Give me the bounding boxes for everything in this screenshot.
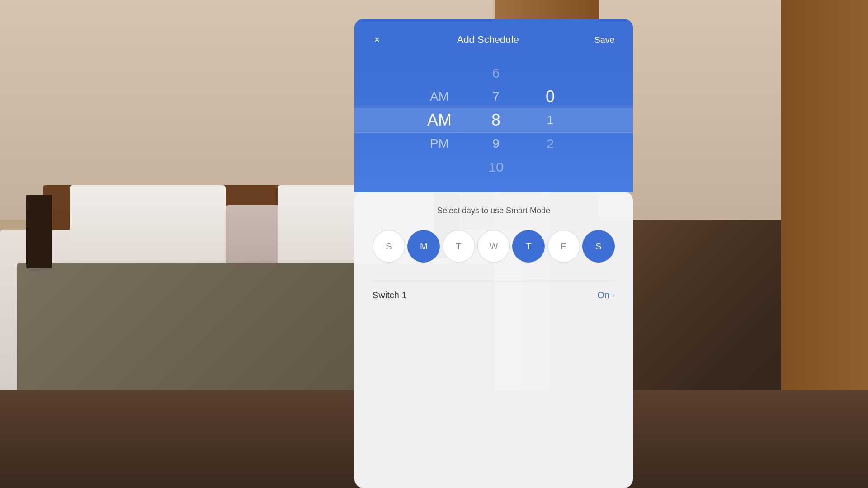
day-wednesday[interactable]: W (477, 230, 510, 263)
close-button[interactable]: × (369, 32, 385, 48)
save-button[interactable]: Save (590, 33, 618, 47)
day-saturday[interactable]: S (582, 230, 615, 263)
bg-curtain-right (781, 0, 868, 439)
ampm-selected-am[interactable]: AM (410, 108, 469, 132)
minute-2[interactable]: 2 (523, 132, 577, 155)
minute-1[interactable]: 1 (523, 108, 577, 132)
day-monday[interactable]: M (407, 230, 440, 263)
chevron-right-icon: › (612, 291, 615, 300)
smart-mode-title: Select days to use Smart Mode (371, 206, 617, 216)
schedule-panel: × Add Schedule Save AM AM PM 6 7 8 9 (354, 19, 633, 488)
day-friday[interactable]: F (547, 230, 580, 263)
ampm-item-pm[interactable]: PM (410, 132, 469, 155)
panel-header: × Add Schedule Save (354, 19, 633, 57)
hour-10[interactable]: 10 (469, 155, 523, 179)
bg-pillow1 (70, 185, 226, 273)
switch-row[interactable]: Switch 1 On › (371, 283, 617, 308)
day-selector: S M T W T F S (371, 230, 617, 263)
ampm-item-am[interactable]: AM (410, 85, 469, 108)
minute-0-selected[interactable]: 0 (523, 85, 577, 108)
panel-top: × Add Schedule Save AM AM PM 6 7 8 9 (354, 19, 633, 192)
day-sunday[interactable]: S (373, 230, 405, 263)
ampm-column[interactable]: AM AM PM (410, 61, 469, 179)
hour-6[interactable]: 6 (469, 61, 523, 85)
hour-7[interactable]: 7 (469, 85, 523, 108)
time-columns: AM AM PM 6 7 8 9 10 0 1 2 (354, 61, 633, 179)
separator-line (371, 281, 617, 281)
switch-state: On (597, 290, 609, 300)
switch-label: Switch 1 (373, 290, 407, 300)
day-tuesday[interactable]: T (443, 230, 475, 263)
hour-9[interactable]: 9 (469, 132, 523, 155)
hour-8-selected[interactable]: 8 (469, 108, 523, 132)
panel-title: Add Schedule (457, 34, 519, 46)
panel-bottom: Select days to use Smart Mode S M T W T … (354, 192, 633, 488)
switch-value[interactable]: On › (597, 290, 615, 300)
day-thursday[interactable]: T (512, 230, 545, 263)
minute-column[interactable]: 0 1 2 (523, 61, 577, 179)
time-picker[interactable]: AM AM PM 6 7 8 9 10 0 1 2 (354, 57, 633, 192)
hour-column[interactable]: 6 7 8 9 10 (469, 61, 523, 179)
bg-lamp-left (26, 195, 52, 268)
